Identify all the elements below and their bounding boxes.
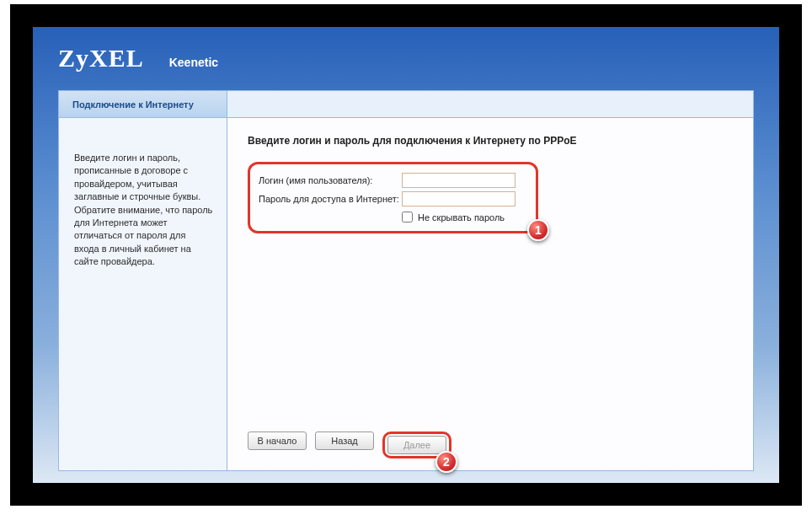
annotation-marker-2: 2 [435, 451, 457, 473]
show-password-checkbox[interactable] [402, 212, 413, 222]
main-body: Введите логин и пароль для подключения к… [227, 118, 753, 470]
tab-internet-connection[interactable]: Подключение к Интернету [59, 91, 227, 118]
password-label: Пароль для доступа в Интернет: [259, 194, 402, 204]
wizard-buttons: В начало Назад Далее 2 [248, 432, 451, 458]
content-card: Подключение к Интернету Введите логин и … [58, 90, 754, 471]
sidebar-body: Введите логин и пароль, прописанные в до… [59, 118, 227, 470]
home-button[interactable]: В начало [248, 432, 307, 450]
brand-logo: ZyXEL [58, 44, 144, 72]
router-panel: ZyXEL Keenetic Подключение к Интернету В… [33, 27, 779, 483]
sidebar: Подключение к Интернету Введите логин и … [59, 91, 227, 470]
product-name: Keenetic [169, 56, 218, 69]
section-title: Введите логин и пароль для подключения к… [248, 135, 733, 147]
header: ZyXEL Keenetic [33, 27, 779, 90]
annotation-marker-1: 1 [527, 219, 549, 241]
password-input[interactable] [402, 191, 516, 206]
credentials-form: Логин (имя пользователя): Пароль для дос… [248, 162, 538, 233]
next-button-highlight: Далее 2 [382, 432, 451, 458]
show-password-label: Не скрывать пароль [418, 212, 505, 222]
main-area: Введите логин и пароль для подключения к… [227, 91, 753, 470]
login-label: Логин (имя пользователя): [259, 175, 402, 185]
screenshot-frame: ZyXEL Keenetic Подключение к Интернету В… [10, 4, 802, 506]
help-text: Введите логин и пароль, прописанные в до… [74, 152, 213, 269]
next-button[interactable]: Далее [387, 436, 446, 454]
login-input[interactable] [402, 173, 516, 188]
main-strip [227, 91, 753, 118]
back-button[interactable]: Назад [315, 432, 374, 450]
